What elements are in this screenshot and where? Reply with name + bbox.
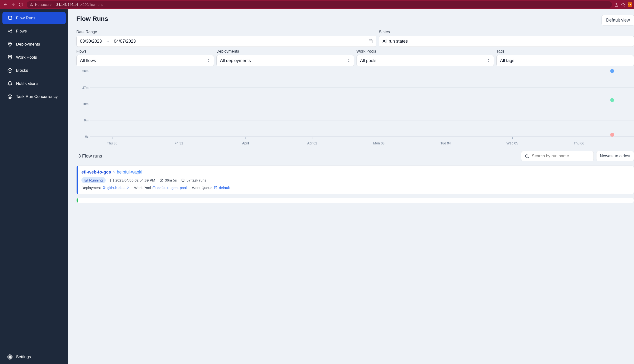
flow-run-card[interactable]: etl-web-to-gcs › helpful-wapiti Running … — [76, 166, 634, 194]
page-title: Flow Runs — [76, 15, 108, 22]
sidebar: Flow Runs Flows Deployments Work Pools — [0, 9, 68, 364]
sidebar-item-notifications[interactable]: Notifications — [2, 78, 66, 90]
tags-filter-label: Tags — [496, 49, 634, 54]
svg-point-6 — [11, 30, 12, 31]
svg-rect-16 — [110, 179, 114, 182]
svg-point-19 — [104, 187, 104, 188]
calendar-icon — [110, 178, 114, 182]
tags-value: All tags — [500, 58, 514, 63]
svg-point-2 — [11, 16, 12, 18]
play-icon — [84, 178, 88, 182]
work-pool-link[interactable]: default-agent-pool — [157, 186, 186, 190]
chevron-updown-icon — [487, 59, 490, 62]
flows-label: Flows — [76, 49, 214, 54]
chevron-updown-icon — [347, 59, 350, 62]
svg-point-1 — [8, 16, 9, 18]
bell-icon — [7, 81, 12, 86]
svg-point-3 — [8, 19, 9, 20]
sidebar-item-label: Flows — [16, 29, 27, 34]
date-range-input[interactable]: 03/30/2023 → 04/07/2023 — [76, 36, 376, 47]
chevron-right-icon: › — [113, 170, 115, 174]
work-pools-select[interactable]: All pools — [356, 55, 494, 66]
task-runs-count: 57 task runs — [186, 178, 206, 182]
arrow-icon: → — [106, 39, 110, 44]
deployments-select[interactable]: All deployments — [216, 55, 354, 66]
main-content: Flow Runs Default view Date Range 03/30/… — [68, 9, 634, 364]
sidebar-item-work-pools[interactable]: Work Pools — [2, 52, 66, 64]
security-label: Not secure — [35, 3, 52, 6]
deployment-link[interactable]: github-data-2 — [107, 186, 129, 190]
work-queue-icon — [214, 186, 218, 190]
star-icon[interactable] — [621, 2, 625, 7]
share-icon[interactable] — [614, 3, 618, 7]
svg-marker-18 — [182, 178, 184, 182]
clock-icon — [160, 178, 163, 182]
chart-point[interactable] — [610, 98, 614, 102]
arrow-right-icon — [11, 2, 15, 7]
tags-select[interactable]: All tags — [496, 55, 634, 66]
calendar-icon — [368, 39, 373, 44]
sidebar-item-blocks[interactable]: Blocks — [2, 64, 66, 76]
sidebar-item-task-run-concurrency[interactable]: Task Run Concurrency — [2, 91, 66, 103]
concurrency-icon — [7, 94, 12, 99]
run-timestamp: 2023/04/06 02:54:39 PM — [115, 178, 155, 182]
sidebar-item-label: Notifications — [16, 81, 38, 86]
sidebar-item-settings[interactable]: Settings — [2, 351, 66, 363]
search-input-wrapper[interactable] — [521, 151, 594, 161]
gear-icon — [7, 354, 12, 360]
flows-value: All flows — [80, 58, 96, 63]
flow-link[interactable]: etl-web-to-gcs — [82, 170, 111, 174]
chart-point[interactable] — [610, 133, 614, 137]
reload-icon — [19, 2, 23, 7]
svg-point-14 — [526, 154, 528, 157]
work-pools-filter-label: Work Pools — [356, 49, 494, 54]
sidebar-item-label: Deployments — [16, 42, 40, 47]
date-range-label: Date Range — [76, 30, 376, 34]
sidebar-item-label: Flow Runs — [16, 16, 36, 20]
view-selector-button[interactable]: Default view — [602, 15, 634, 26]
task-icon — [181, 178, 185, 182]
states-select[interactable]: All run states — [379, 36, 634, 47]
svg-point-8 — [10, 43, 11, 44]
states-label: States — [379, 30, 634, 34]
svg-point-20 — [153, 186, 155, 187]
profile-avatar[interactable]: LH — [628, 2, 632, 7]
deployments-icon — [7, 42, 12, 47]
work-pools-icon — [7, 55, 12, 60]
svg-point-21 — [214, 186, 217, 187]
sidebar-item-label: Task Run Concurrency — [16, 94, 58, 99]
sidebar-item-flows[interactable]: Flows — [2, 25, 66, 37]
sort-select[interactable]: Newest to oldest — [596, 151, 634, 161]
deployment-label: Deployment — [82, 186, 101, 190]
sidebar-item-deployments[interactable]: Deployments — [2, 38, 66, 50]
flow-runs-icon — [7, 16, 12, 21]
back-button[interactable] — [2, 1, 9, 8]
states-value: All run states — [382, 39, 408, 44]
blocks-icon — [7, 68, 12, 73]
chart-point[interactable] — [610, 69, 614, 73]
deployment-icon — [102, 186, 106, 190]
duration-chart: 0s9m18m27m36mThu 30Fri 31AprilApr 02Mon … — [78, 71, 634, 146]
run-name-link[interactable]: helpful-wapiti — [117, 170, 142, 174]
work-pool-label: Work Pool — [134, 186, 151, 190]
work-pool-icon — [152, 186, 156, 190]
flows-select[interactable]: All flows — [76, 55, 214, 66]
forward-button[interactable] — [10, 1, 16, 8]
reload-button[interactable] — [18, 1, 24, 8]
date-start: 03/30/2023 — [80, 39, 102, 44]
svg-point-12 — [9, 356, 11, 358]
chevron-updown-icon — [207, 59, 210, 62]
date-end: 04/07/2023 — [114, 39, 136, 44]
sidebar-item-flow-runs[interactable]: Flow Runs — [2, 12, 66, 24]
warning-icon — [30, 3, 33, 6]
work-queue-link[interactable]: default — [219, 186, 230, 190]
svg-point-11 — [9, 96, 11, 98]
run-duration: 36m 5s — [165, 178, 177, 182]
svg-rect-13 — [369, 40, 372, 43]
flow-run-card[interactable] — [76, 198, 634, 203]
svg-point-9 — [8, 55, 12, 57]
search-input[interactable] — [532, 154, 590, 158]
sidebar-item-label: Work Pools — [16, 55, 37, 60]
address-bar[interactable]: Not secure | 34.143.146.14:4200/flow-run… — [27, 1, 612, 8]
svg-marker-0 — [622, 3, 625, 6]
